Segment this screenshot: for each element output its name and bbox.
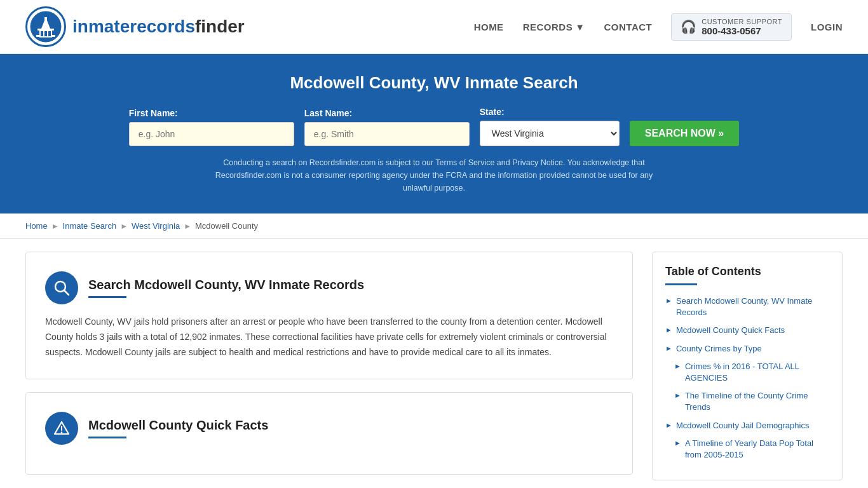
toc-link-5[interactable]: Mcdowell County Jail Demographics bbox=[676, 420, 810, 431]
breadcrumb-sep-2: ► bbox=[120, 222, 128, 231]
svg-rect-8 bbox=[48, 31, 51, 36]
main-content: Search Mcdowell County, WV Inmate Record… bbox=[0, 239, 868, 488]
headset-icon: 🎧 bbox=[681, 19, 696, 34]
breadcrumb-inmate-search[interactable]: Inmate Search bbox=[63, 221, 117, 231]
search-icon bbox=[45, 271, 78, 304]
section-body-search: Mcdowell County, WV jails hold prisoners… bbox=[45, 315, 613, 360]
state-select[interactable]: West Virginia Alabama Alaska Arizona bbox=[480, 121, 620, 146]
chevron-right-icon-4: ► bbox=[674, 391, 681, 399]
breadcrumb-mcdowell: Mcdowell County bbox=[195, 221, 258, 231]
site-header: inmaterecordsfinder HOME RECORDS ▼ CONTA… bbox=[0, 0, 868, 54]
logo-main-text: inmaterecords bbox=[72, 17, 195, 36]
section-header-qf: Mcdowell County Quick Facts bbox=[45, 412, 613, 445]
toc-link-3[interactable]: Crimes % in 2016 - TOTAL ALL AGENCIES bbox=[685, 361, 829, 384]
breadcrumb-home[interactable]: Home bbox=[25, 221, 48, 231]
right-column: Table of Contents ► Search Mcdowell Coun… bbox=[652, 252, 843, 487]
toc-item-2: ► County Crimes by Type bbox=[665, 343, 829, 355]
toc-item-0: ► Search Mcdowell County, WV Inmate Reco… bbox=[665, 295, 829, 318]
breadcrumb-west-virginia[interactable]: West Virginia bbox=[132, 221, 180, 231]
logo-finder-text: finder bbox=[195, 17, 245, 36]
first-name-group: First Name: bbox=[129, 108, 294, 146]
svg-rect-2 bbox=[37, 29, 54, 30]
support-box[interactable]: 🎧 CUSTOMER SUPPORT 800-433-0567 bbox=[671, 13, 792, 41]
chevron-right-icon-2: ► bbox=[665, 344, 672, 352]
last-name-group: Last Name: bbox=[304, 108, 470, 146]
state-group: State: West Virginia Alabama Alaska Ariz… bbox=[480, 107, 620, 146]
state-label: State: bbox=[480, 107, 505, 117]
toc-item-6: ► A Timeline of Yearly Data Pop Total fr… bbox=[674, 438, 829, 461]
section-title-qf-underline bbox=[88, 437, 126, 438]
alert-icon bbox=[45, 412, 78, 445]
breadcrumb-sep-1: ► bbox=[51, 222, 59, 231]
svg-rect-6 bbox=[41, 31, 43, 36]
nav-records-label: RECORDS bbox=[523, 22, 573, 32]
logo-area: inmaterecordsfinder bbox=[25, 6, 245, 47]
toc-item-3: ► Crimes % in 2016 - TOTAL ALL AGENCIES bbox=[674, 361, 829, 384]
search-section: Search Mcdowell County, WV Inmate Record… bbox=[25, 252, 633, 379]
logo-icon bbox=[25, 6, 66, 47]
first-name-label: First Name: bbox=[129, 108, 178, 118]
toc-title: Table of Contents bbox=[665, 265, 829, 278]
support-label: CUSTOMER SUPPORT bbox=[702, 18, 782, 25]
section-title-underline bbox=[88, 296, 126, 298]
hero-title: Mcdowell County, WV Inmate Search bbox=[25, 73, 843, 93]
support-info: CUSTOMER SUPPORT 800-433-0567 bbox=[702, 18, 782, 36]
main-nav: HOME RECORDS ▼ CONTACT 🎧 CUSTOMER SUPPOR… bbox=[474, 13, 843, 41]
toc-link-4[interactable]: The Timeline of the County Crime Trends bbox=[685, 390, 829, 413]
toc-item-1: ► Mcdowell County Quick Facts bbox=[665, 325, 829, 336]
toc-link-6[interactable]: A Timeline of Yearly Data Pop Total from… bbox=[685, 438, 829, 461]
toc-item-5: ► Mcdowell County Jail Demographics bbox=[665, 420, 829, 431]
quick-facts-section: Mcdowell County Quick Facts bbox=[25, 392, 633, 475]
section-title-wrapper: Search Mcdowell County, WV Inmate Record… bbox=[88, 278, 364, 298]
support-phone: 800-433-0567 bbox=[702, 25, 782, 36]
breadcrumb: Home ► Inmate Search ► West Virginia ► M… bbox=[0, 214, 868, 239]
last-name-input[interactable] bbox=[304, 122, 470, 146]
svg-point-13 bbox=[61, 432, 62, 433]
svg-line-10 bbox=[64, 290, 69, 295]
section-title-qf-wrapper: Mcdowell County Quick Facts bbox=[88, 418, 268, 438]
left-column: Search Mcdowell County, WV Inmate Record… bbox=[25, 252, 652, 487]
nav-home[interactable]: HOME bbox=[474, 22, 504, 32]
nav-contact[interactable]: CONTACT bbox=[604, 22, 653, 32]
chevron-right-icon-5: ► bbox=[665, 421, 672, 429]
chevron-down-icon: ▼ bbox=[575, 22, 585, 32]
chevron-right-icon-6: ► bbox=[674, 439, 681, 447]
logo-text: inmaterecordsfinder bbox=[72, 17, 245, 37]
toc-link-1[interactable]: Mcdowell County Quick Facts bbox=[676, 325, 785, 336]
first-name-input[interactable] bbox=[129, 122, 294, 146]
svg-rect-4 bbox=[44, 17, 47, 22]
toc-box: Table of Contents ► Search Mcdowell Coun… bbox=[652, 252, 843, 480]
nav-records[interactable]: RECORDS ▼ bbox=[523, 22, 585, 32]
section-title-qf: Mcdowell County Quick Facts bbox=[88, 418, 268, 433]
hero-disclaimer: Conducting a search on Recordsfinder.com… bbox=[212, 156, 656, 194]
toc-underline bbox=[665, 283, 697, 285]
chevron-right-icon-1: ► bbox=[665, 326, 672, 334]
search-button[interactable]: SEARCH NOW » bbox=[630, 121, 739, 146]
toc-item-4: ► The Timeline of the County Crime Trend… bbox=[674, 390, 829, 413]
toc-link-2[interactable]: County Crimes by Type bbox=[676, 343, 762, 355]
breadcrumb-sep-3: ► bbox=[184, 222, 191, 231]
toc-link-0[interactable]: Search Mcdowell County, WV Inmate Record… bbox=[676, 295, 829, 318]
svg-rect-7 bbox=[44, 31, 47, 36]
hero-section: Mcdowell County, WV Inmate Search First … bbox=[0, 54, 868, 214]
section-title-search: Search Mcdowell County, WV Inmate Record… bbox=[88, 278, 364, 292]
chevron-right-icon-3: ► bbox=[674, 362, 681, 370]
section-header-search: Search Mcdowell County, WV Inmate Record… bbox=[45, 271, 613, 304]
nav-login[interactable]: LOGIN bbox=[811, 22, 843, 32]
search-form: First Name: Last Name: State: West Virgi… bbox=[25, 107, 843, 146]
last-name-label: Last Name: bbox=[304, 108, 352, 118]
chevron-right-icon: ► bbox=[665, 297, 672, 304]
